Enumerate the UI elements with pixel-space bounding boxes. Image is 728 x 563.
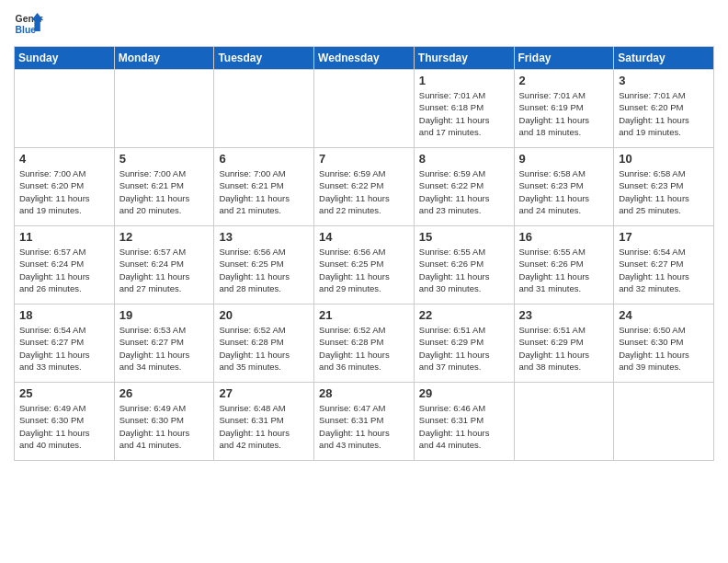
logo-icon: General Blue: [14, 9, 43, 39]
day-info: Sunrise: 7:01 AMSunset: 6:20 PMDaylight:…: [619, 89, 709, 138]
day-cell: [214, 70, 314, 148]
day-cell: 16Sunrise: 6:55 AMSunset: 6:26 PMDayligh…: [514, 226, 614, 304]
page-header: General Blue: [14, 9, 714, 39]
day-cell: 18Sunrise: 6:54 AMSunset: 6:27 PMDayligh…: [15, 304, 115, 383]
day-number: 25: [19, 386, 109, 400]
day-number: 12: [119, 230, 210, 244]
day-number: 8: [419, 152, 509, 166]
day-info: Sunrise: 6:54 AMSunset: 6:27 PMDaylight:…: [19, 324, 109, 373]
day-cell: 21Sunrise: 6:52 AMSunset: 6:28 PMDayligh…: [314, 304, 415, 383]
day-number: 18: [19, 308, 109, 322]
day-info: Sunrise: 6:53 AMSunset: 6:27 PMDaylight:…: [119, 324, 210, 373]
day-cell: 1Sunrise: 7:01 AMSunset: 6:18 PMDaylight…: [414, 70, 514, 148]
day-info: Sunrise: 6:51 AMSunset: 6:29 PMDaylight:…: [419, 324, 509, 373]
day-info: Sunrise: 6:58 AMSunset: 6:23 PMDaylight:…: [619, 167, 709, 216]
day-cell: [514, 383, 614, 461]
day-cell: 2Sunrise: 7:01 AMSunset: 6:19 PMDaylight…: [514, 70, 614, 148]
svg-text:Blue: Blue: [16, 25, 37, 35]
column-header-monday: Monday: [114, 47, 214, 70]
week-row-3: 11Sunrise: 6:57 AMSunset: 6:24 PMDayligh…: [15, 226, 714, 304]
day-info: Sunrise: 6:58 AMSunset: 6:23 PMDaylight:…: [519, 167, 609, 216]
day-number: 27: [219, 386, 309, 400]
day-number: 9: [519, 152, 609, 166]
day-cell: 13Sunrise: 6:56 AMSunset: 6:25 PMDayligh…: [214, 226, 314, 304]
column-header-wednesday: Wednesday: [314, 47, 415, 70]
day-cell: [314, 70, 415, 148]
column-header-tuesday: Tuesday: [214, 47, 314, 70]
day-cell: 12Sunrise: 6:57 AMSunset: 6:24 PMDayligh…: [114, 226, 214, 304]
day-info: Sunrise: 6:57 AMSunset: 6:24 PMDaylight:…: [119, 246, 210, 294]
day-info: Sunrise: 6:59 AMSunset: 6:22 PMDaylight:…: [419, 167, 509, 216]
day-info: Sunrise: 6:54 AMSunset: 6:27 PMDaylight:…: [619, 246, 709, 294]
day-cell: 10Sunrise: 6:58 AMSunset: 6:23 PMDayligh…: [614, 148, 714, 226]
day-cell: 6Sunrise: 7:00 AMSunset: 6:21 PMDaylight…: [214, 148, 314, 226]
day-info: Sunrise: 6:52 AMSunset: 6:28 PMDaylight:…: [219, 324, 309, 373]
day-info: Sunrise: 7:00 AMSunset: 6:20 PMDaylight:…: [19, 167, 109, 216]
day-number: 15: [419, 230, 509, 244]
day-number: 2: [519, 74, 609, 87]
day-number: 11: [19, 230, 109, 244]
day-number: 17: [619, 230, 709, 244]
day-number: 3: [619, 74, 709, 87]
week-row-4: 18Sunrise: 6:54 AMSunset: 6:27 PMDayligh…: [15, 304, 714, 383]
week-row-2: 4Sunrise: 7:00 AMSunset: 6:20 PMDaylight…: [15, 148, 714, 226]
day-cell: 17Sunrise: 6:54 AMSunset: 6:27 PMDayligh…: [614, 226, 714, 304]
day-cell: 25Sunrise: 6:49 AMSunset: 6:30 PMDayligh…: [15, 383, 115, 461]
day-cell: 29Sunrise: 6:46 AMSunset: 6:31 PMDayligh…: [414, 383, 514, 461]
day-info: Sunrise: 7:00 AMSunset: 6:21 PMDaylight:…: [219, 167, 309, 216]
day-cell: 20Sunrise: 6:52 AMSunset: 6:28 PMDayligh…: [214, 304, 314, 383]
day-cell: 28Sunrise: 6:47 AMSunset: 6:31 PMDayligh…: [314, 383, 415, 461]
day-cell: 23Sunrise: 6:51 AMSunset: 6:29 PMDayligh…: [514, 304, 614, 383]
day-number: 1: [419, 74, 509, 87]
day-cell: 7Sunrise: 6:59 AMSunset: 6:22 PMDaylight…: [314, 148, 415, 226]
column-header-saturday: Saturday: [614, 47, 714, 70]
day-number: 23: [519, 308, 609, 322]
day-info: Sunrise: 6:49 AMSunset: 6:30 PMDaylight:…: [19, 402, 109, 451]
day-cell: [15, 70, 115, 148]
day-number: 4: [19, 152, 109, 166]
day-info: Sunrise: 6:50 AMSunset: 6:30 PMDaylight:…: [619, 324, 709, 373]
column-header-sunday: Sunday: [15, 47, 115, 70]
day-cell: 3Sunrise: 7:01 AMSunset: 6:20 PMDaylight…: [614, 70, 714, 148]
day-cell: 9Sunrise: 6:58 AMSunset: 6:23 PMDaylight…: [514, 148, 614, 226]
day-number: 26: [119, 386, 210, 400]
day-number: 21: [319, 308, 409, 322]
day-cell: 5Sunrise: 7:00 AMSunset: 6:21 PMDaylight…: [114, 148, 214, 226]
calendar-table: SundayMondayTuesdayWednesdayThursdayFrid…: [14, 46, 714, 461]
day-number: 16: [519, 230, 609, 244]
logo: General Blue: [14, 9, 43, 39]
day-info: Sunrise: 6:46 AMSunset: 6:31 PMDaylight:…: [419, 402, 509, 451]
week-row-5: 25Sunrise: 6:49 AMSunset: 6:30 PMDayligh…: [15, 383, 714, 461]
day-cell: 11Sunrise: 6:57 AMSunset: 6:24 PMDayligh…: [15, 226, 115, 304]
day-cell: 24Sunrise: 6:50 AMSunset: 6:30 PMDayligh…: [614, 304, 714, 383]
day-number: 5: [119, 152, 210, 166]
day-cell: 15Sunrise: 6:55 AMSunset: 6:26 PMDayligh…: [414, 226, 514, 304]
day-info: Sunrise: 6:49 AMSunset: 6:30 PMDaylight:…: [119, 402, 210, 451]
day-info: Sunrise: 6:55 AMSunset: 6:26 PMDaylight:…: [519, 246, 609, 294]
day-info: Sunrise: 7:00 AMSunset: 6:21 PMDaylight:…: [119, 167, 210, 216]
day-cell: [114, 70, 214, 148]
day-cell: 22Sunrise: 6:51 AMSunset: 6:29 PMDayligh…: [414, 304, 514, 383]
day-cell: [614, 383, 714, 461]
day-number: 14: [319, 230, 409, 244]
day-cell: 8Sunrise: 6:59 AMSunset: 6:22 PMDaylight…: [414, 148, 514, 226]
column-header-thursday: Thursday: [414, 47, 514, 70]
day-number: 20: [219, 308, 309, 322]
day-number: 19: [119, 308, 210, 322]
day-info: Sunrise: 6:56 AMSunset: 6:25 PMDaylight:…: [319, 246, 409, 294]
week-row-1: 1Sunrise: 7:01 AMSunset: 6:18 PMDaylight…: [15, 70, 714, 148]
day-info: Sunrise: 6:56 AMSunset: 6:25 PMDaylight:…: [219, 246, 309, 294]
day-number: 29: [419, 386, 509, 400]
day-info: Sunrise: 6:55 AMSunset: 6:26 PMDaylight:…: [419, 246, 509, 294]
day-info: Sunrise: 6:57 AMSunset: 6:24 PMDaylight:…: [19, 246, 109, 294]
day-number: 28: [319, 386, 409, 400]
day-cell: 26Sunrise: 6:49 AMSunset: 6:30 PMDayligh…: [114, 383, 214, 461]
header-row: SundayMondayTuesdayWednesdayThursdayFrid…: [15, 47, 714, 70]
day-number: 10: [619, 152, 709, 166]
day-number: 24: [619, 308, 709, 322]
day-info: Sunrise: 7:01 AMSunset: 6:18 PMDaylight:…: [419, 89, 509, 138]
column-header-friday: Friday: [514, 47, 614, 70]
day-info: Sunrise: 6:51 AMSunset: 6:29 PMDaylight:…: [519, 324, 609, 373]
day-number: 13: [219, 230, 309, 244]
day-info: Sunrise: 6:59 AMSunset: 6:22 PMDaylight:…: [319, 167, 409, 216]
